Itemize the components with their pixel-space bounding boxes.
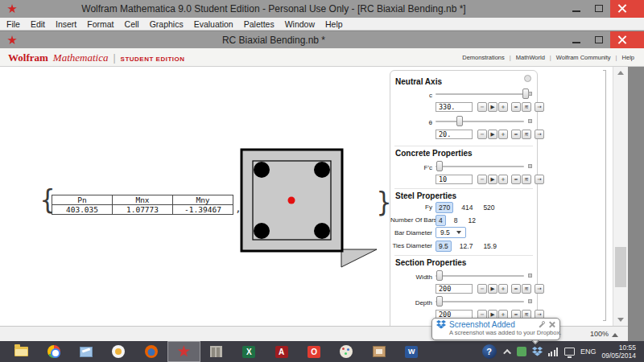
taskbar-app-mathematica-active[interactable] — [167, 341, 200, 362]
dropbox-notification[interactable]: Screenshot Added A screenshot was added … — [431, 318, 560, 340]
menu-item-help[interactable]: Help — [325, 19, 343, 29]
menu-item-window[interactable]: Window — [285, 19, 315, 29]
taskbar-app-statistics[interactable] — [200, 341, 233, 362]
step-up-icon[interactable]: + — [498, 130, 508, 139]
taskbar-app-adobe-reader[interactable]: A — [265, 341, 297, 362]
taskbar-clock[interactable]: 10:55 09/05/2014 — [601, 343, 636, 360]
animate-icon[interactable]: ▶ — [488, 102, 497, 112]
menu-item-insert[interactable]: Insert — [56, 19, 76, 29]
tray-dropbox-icon[interactable] — [532, 347, 543, 356]
theta-value-field[interactable] — [436, 130, 473, 139]
theta-slider[interactable] — [436, 116, 532, 127]
taskbar-app-word[interactable]: W — [395, 341, 427, 362]
step-down-icon[interactable]: − — [477, 130, 487, 139]
menu-item-palettes[interactable]: Palettes — [244, 19, 275, 29]
header-link-help[interactable]: Help — [622, 54, 634, 61]
header-link-wolfram-community[interactable]: Wolfram Community — [556, 54, 611, 61]
bar-diameter-dropdown[interactable]: 9.5 — [436, 227, 466, 238]
close-button[interactable] — [610, 0, 644, 18]
magnification-menu-icon[interactable] — [612, 333, 618, 337]
fc-value-field[interactable] — [436, 175, 473, 184]
taskbar-app-chrome[interactable] — [37, 341, 69, 362]
notebook-close-button[interactable] — [610, 31, 644, 49]
fc-slider[interactable] — [436, 161, 532, 172]
maximize-button[interactable] — [588, 0, 610, 18]
menu-item-edit[interactable]: Edit — [31, 19, 45, 29]
language-indicator[interactable]: ENG — [580, 348, 597, 356]
slider-thumb[interactable] — [436, 270, 443, 281]
direction-icon[interactable]: → — [535, 102, 544, 112]
vertical-scrollbar[interactable] — [613, 67, 628, 326]
slower-icon[interactable]: ≈ — [511, 130, 521, 139]
scroll-down-button[interactable] — [613, 314, 628, 326]
depth-slider[interactable] — [436, 296, 532, 307]
notebook-maximize-button[interactable] — [588, 31, 610, 49]
notebook-content[interactable]: { Pn Mnx Mny 403.035 1.07773 -1.39467 , — [0, 67, 628, 326]
slider-thumb[interactable] — [436, 161, 443, 171]
ties-option-9-5[interactable]: 9.5 — [436, 241, 452, 252]
animate-icon[interactable]: ▶ — [488, 175, 497, 184]
step-down-icon[interactable]: − — [477, 175, 487, 184]
menu-item-format[interactable]: Format — [87, 19, 114, 29]
slower-icon[interactable]: ≈ — [511, 175, 521, 184]
step-down-icon[interactable]: − — [477, 284, 487, 294]
width-slider[interactable] — [436, 270, 532, 282]
scrollbar-thumb[interactable] — [615, 247, 626, 287]
settings-wrench-icon[interactable] — [538, 321, 545, 328]
direction-icon[interactable]: → — [535, 284, 544, 294]
menu-item-file[interactable]: File — [6, 19, 20, 29]
slider-thumb[interactable] — [456, 116, 463, 126]
faster-icon[interactable]: ≋ — [522, 130, 531, 139]
fy-option-520[interactable]: 520 — [481, 203, 497, 212]
taskbar-app-excel[interactable]: X — [233, 341, 265, 362]
width-value-field[interactable] — [436, 284, 473, 294]
taskbar-app-oracle[interactable]: O — [298, 341, 330, 362]
step-down-icon[interactable]: − — [477, 102, 487, 112]
notebook-minimize-button[interactable] — [565, 31, 588, 49]
step-up-icon[interactable]: + — [498, 284, 508, 294]
cell-bracket[interactable] — [603, 70, 606, 321]
taskbar-app-file-explorer[interactable] — [5, 341, 37, 362]
menu-item-evaluation[interactable]: Evaluation — [194, 19, 233, 29]
slower-icon[interactable]: ≈ — [511, 102, 521, 112]
faster-icon[interactable]: ≋ — [522, 175, 531, 184]
fy-option-414[interactable]: 414 — [459, 203, 475, 212]
taskbar-app-help[interactable]: ? — [473, 341, 505, 362]
step-up-icon[interactable]: + — [498, 175, 508, 184]
animate-icon[interactable]: ▶ — [488, 284, 497, 294]
taskbar-app-misc[interactable] — [363, 341, 395, 362]
taskbar-app-firefox[interactable] — [135, 341, 167, 362]
animate-icon[interactable]: ▶ — [488, 130, 497, 139]
display-settings-icon[interactable] — [564, 348, 575, 356]
header-link-demonstrations[interactable]: Demonstrations — [462, 54, 505, 61]
faster-icon[interactable]: ≋ — [522, 284, 531, 294]
taskbar-app-messenger[interactable] — [102, 341, 134, 362]
direction-icon[interactable]: → — [535, 175, 544, 184]
taskbar-app-archive[interactable] — [70, 341, 102, 362]
slider-track[interactable] — [436, 93, 524, 95]
faster-icon[interactable]: ≋ — [522, 102, 531, 112]
ties-option-12-7[interactable]: 12.7 — [457, 241, 476, 251]
network-signal-icon[interactable] — [548, 348, 559, 356]
step-up-icon[interactable]: + — [498, 102, 508, 112]
taskbar-app-palette[interactable] — [330, 341, 362, 362]
bars-option-12[interactable]: 12 — [465, 216, 477, 225]
slider-thumb[interactable] — [436, 296, 443, 306]
slider-track[interactable] — [436, 301, 524, 302]
slower-icon[interactable]: ≈ — [511, 284, 521, 294]
scroll-up-button[interactable] — [613, 67, 628, 79]
notification-close-icon[interactable] — [548, 321, 555, 328]
direction-icon[interactable]: → — [535, 130, 544, 139]
fy-option-270[interactable]: 270 — [436, 202, 453, 213]
c-slider[interactable] — [436, 88, 532, 100]
ties-option-15-9[interactable]: 15.9 — [481, 241, 499, 251]
slider-track[interactable] — [436, 275, 524, 277]
slider-track[interactable] — [436, 166, 524, 167]
header-link-mathworld[interactable]: MathWorld — [516, 54, 545, 61]
tray-green-app-icon[interactable] — [517, 347, 526, 356]
slider-track[interactable] — [436, 121, 524, 122]
c-value-field[interactable] — [436, 102, 473, 112]
bars-option-4[interactable]: 4 — [436, 215, 446, 226]
manipulate-options-icon[interactable] — [524, 75, 531, 82]
menu-item-graphics[interactable]: Graphics — [150, 19, 184, 29]
